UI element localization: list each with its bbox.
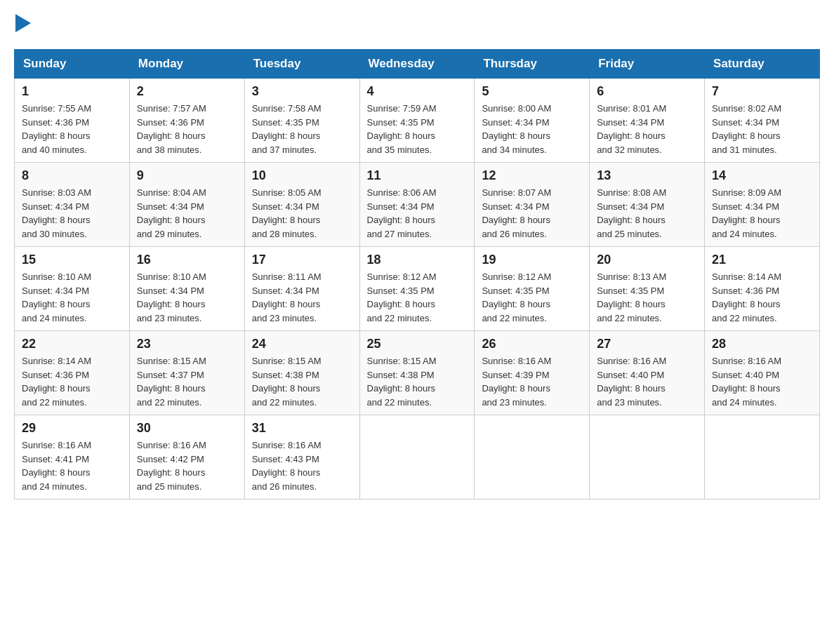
day-number: 24 (252, 337, 352, 351)
calendar-cell: 20 Sunrise: 8:13 AMSunset: 4:35 PMDaylig… (590, 247, 705, 331)
day-number: 27 (597, 337, 697, 351)
day-number: 8 (22, 168, 122, 183)
day-info: Sunrise: 8:07 AMSunset: 4:34 PMDaylight:… (482, 187, 551, 239)
logo (14, 14, 31, 35)
day-info: Sunrise: 8:15 AMSunset: 4:38 PMDaylight:… (367, 356, 437, 408)
day-number: 19 (482, 253, 582, 267)
day-info: Sunrise: 8:09 AMSunset: 4:34 PMDaylight:… (712, 187, 781, 239)
calendar-cell: 31 Sunrise: 8:16 AMSunset: 4:43 PMDaylig… (244, 415, 359, 499)
day-info: Sunrise: 8:10 AMSunset: 4:34 PMDaylight:… (137, 271, 206, 323)
day-number: 15 (22, 253, 122, 267)
calendar-cell: 12 Sunrise: 8:07 AMSunset: 4:34 PMDaylig… (475, 163, 590, 247)
weekday-header-saturday: Saturday (705, 50, 820, 79)
day-number: 21 (712, 253, 812, 267)
day-info: Sunrise: 7:59 AMSunset: 4:35 PMDaylight:… (367, 103, 437, 155)
calendar-cell: 22 Sunrise: 8:14 AMSunset: 4:36 PMDaylig… (15, 331, 130, 415)
day-number: 13 (597, 168, 697, 183)
day-number: 10 (252, 168, 352, 183)
day-info: Sunrise: 8:16 AMSunset: 4:40 PMDaylight:… (712, 356, 781, 408)
day-info: Sunrise: 8:01 AMSunset: 4:34 PMDaylight:… (597, 103, 666, 155)
day-info: Sunrise: 8:12 AMSunset: 4:35 PMDaylight:… (482, 271, 551, 323)
calendar-week-row: 8 Sunrise: 8:03 AMSunset: 4:34 PMDayligh… (15, 163, 820, 247)
calendar-cell: 23 Sunrise: 8:15 AMSunset: 4:37 PMDaylig… (129, 331, 244, 415)
day-number: 31 (252, 421, 352, 436)
calendar-cell: 13 Sunrise: 8:08 AMSunset: 4:34 PMDaylig… (590, 163, 705, 247)
calendar-table: SundayMondayTuesdayWednesdayThursdayFrid… (14, 49, 820, 499)
calendar-cell: 10 Sunrise: 8:05 AMSunset: 4:34 PMDaylig… (244, 163, 359, 247)
day-info: Sunrise: 8:15 AMSunset: 4:38 PMDaylight:… (252, 356, 322, 408)
calendar-cell: 26 Sunrise: 8:16 AMSunset: 4:39 PMDaylig… (475, 331, 590, 415)
day-info: Sunrise: 8:14 AMSunset: 4:36 PMDaylight:… (22, 356, 91, 408)
day-info: Sunrise: 8:11 AMSunset: 4:34 PMDaylight:… (252, 271, 322, 323)
day-info: Sunrise: 8:16 AMSunset: 4:43 PMDaylight:… (252, 440, 322, 492)
day-number: 28 (712, 337, 812, 351)
calendar-cell: 8 Sunrise: 8:03 AMSunset: 4:34 PMDayligh… (15, 163, 130, 247)
day-number: 20 (597, 253, 697, 267)
day-number: 9 (137, 168, 237, 183)
day-number: 12 (482, 168, 582, 183)
calendar-cell: 15 Sunrise: 8:10 AMSunset: 4:34 PMDaylig… (15, 247, 130, 331)
weekday-header-friday: Friday (590, 50, 705, 79)
logo-arrow-icon (15, 14, 31, 32)
calendar-cell: 1 Sunrise: 7:55 AMSunset: 4:36 PMDayligh… (15, 79, 130, 163)
calendar-cell (590, 415, 705, 499)
calendar-cell: 30 Sunrise: 8:16 AMSunset: 4:42 PMDaylig… (129, 415, 244, 499)
calendar-week-row: 15 Sunrise: 8:10 AMSunset: 4:34 PMDaylig… (15, 247, 820, 331)
day-info: Sunrise: 8:15 AMSunset: 4:37 PMDaylight:… (137, 356, 206, 408)
day-number: 14 (712, 168, 812, 183)
calendar-cell (475, 415, 590, 499)
day-number: 22 (22, 337, 122, 351)
day-number: 23 (137, 337, 237, 351)
calendar-cell: 17 Sunrise: 8:11 AMSunset: 4:34 PMDaylig… (244, 247, 359, 331)
page-header (14, 14, 820, 35)
day-info: Sunrise: 7:55 AMSunset: 4:36 PMDaylight:… (22, 103, 91, 155)
day-info: Sunrise: 8:00 AMSunset: 4:34 PMDaylight:… (482, 103, 551, 155)
weekday-header-tuesday: Tuesday (244, 50, 359, 79)
calendar-cell: 24 Sunrise: 8:15 AMSunset: 4:38 PMDaylig… (244, 331, 359, 415)
day-info: Sunrise: 8:12 AMSunset: 4:35 PMDaylight:… (367, 271, 437, 323)
calendar-week-row: 22 Sunrise: 8:14 AMSunset: 4:36 PMDaylig… (15, 331, 820, 415)
day-number: 29 (22, 421, 122, 436)
day-info: Sunrise: 8:06 AMSunset: 4:34 PMDaylight:… (367, 187, 437, 239)
day-number: 18 (367, 253, 468, 267)
day-info: Sunrise: 8:10 AMSunset: 4:34 PMDaylight:… (22, 271, 91, 323)
day-number: 26 (482, 337, 582, 351)
day-info: Sunrise: 8:16 AMSunset: 4:42 PMDaylight:… (137, 440, 206, 492)
calendar-cell: 21 Sunrise: 8:14 AMSunset: 4:36 PMDaylig… (705, 247, 820, 331)
day-number: 17 (252, 253, 352, 267)
calendar-cell: 27 Sunrise: 8:16 AMSunset: 4:40 PMDaylig… (590, 331, 705, 415)
weekday-header-sunday: Sunday (15, 50, 130, 79)
day-number: 1 (22, 84, 122, 99)
day-info: Sunrise: 8:03 AMSunset: 4:34 PMDaylight:… (22, 187, 91, 239)
day-info: Sunrise: 8:13 AMSunset: 4:35 PMDaylight:… (597, 271, 666, 323)
day-number: 6 (597, 84, 697, 99)
day-info: Sunrise: 7:58 AMSunset: 4:35 PMDaylight:… (252, 103, 322, 155)
calendar-cell: 18 Sunrise: 8:12 AMSunset: 4:35 PMDaylig… (359, 247, 475, 331)
day-info: Sunrise: 8:02 AMSunset: 4:34 PMDaylight:… (712, 103, 781, 155)
day-info: Sunrise: 8:16 AMSunset: 4:40 PMDaylight:… (597, 356, 666, 408)
calendar-week-row: 1 Sunrise: 7:55 AMSunset: 4:36 PMDayligh… (15, 79, 820, 163)
calendar-cell: 4 Sunrise: 7:59 AMSunset: 4:35 PMDayligh… (359, 79, 475, 163)
calendar-cell (705, 415, 820, 499)
calendar-cell: 11 Sunrise: 8:06 AMSunset: 4:34 PMDaylig… (359, 163, 475, 247)
weekday-header-row: SundayMondayTuesdayWednesdayThursdayFrid… (15, 50, 820, 79)
day-info: Sunrise: 8:16 AMSunset: 4:41 PMDaylight:… (22, 440, 91, 492)
day-number: 3 (252, 84, 352, 99)
calendar-cell: 19 Sunrise: 8:12 AMSunset: 4:35 PMDaylig… (475, 247, 590, 331)
calendar-cell: 9 Sunrise: 8:04 AMSunset: 4:34 PMDayligh… (129, 163, 244, 247)
calendar-cell: 16 Sunrise: 8:10 AMSunset: 4:34 PMDaylig… (129, 247, 244, 331)
weekday-header-monday: Monday (129, 50, 244, 79)
day-info: Sunrise: 8:04 AMSunset: 4:34 PMDaylight:… (137, 187, 206, 239)
weekday-header-wednesday: Wednesday (359, 50, 475, 79)
calendar-cell: 14 Sunrise: 8:09 AMSunset: 4:34 PMDaylig… (705, 163, 820, 247)
calendar-cell: 7 Sunrise: 8:02 AMSunset: 4:34 PMDayligh… (705, 79, 820, 163)
day-number: 2 (137, 84, 237, 99)
day-number: 7 (712, 84, 812, 99)
day-info: Sunrise: 8:08 AMSunset: 4:34 PMDaylight:… (597, 187, 666, 239)
day-info: Sunrise: 8:05 AMSunset: 4:34 PMDaylight:… (252, 187, 322, 239)
calendar-cell: 25 Sunrise: 8:15 AMSunset: 4:38 PMDaylig… (359, 331, 475, 415)
day-number: 16 (137, 253, 237, 267)
svg-marker-0 (15, 14, 31, 32)
day-info: Sunrise: 8:16 AMSunset: 4:39 PMDaylight:… (482, 356, 551, 408)
calendar-cell: 29 Sunrise: 8:16 AMSunset: 4:41 PMDaylig… (15, 415, 130, 499)
